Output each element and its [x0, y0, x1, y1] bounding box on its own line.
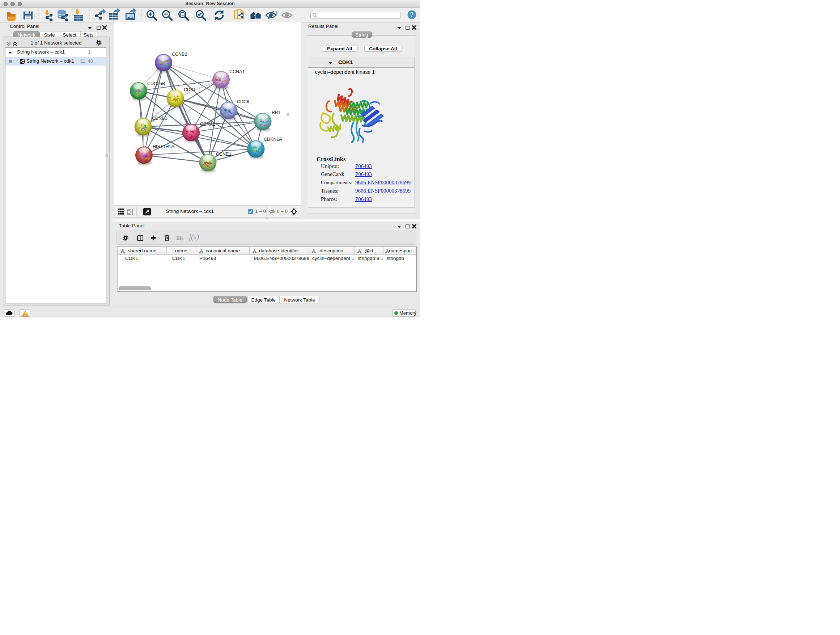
svg-text:RB1: RB1	[272, 110, 280, 115]
svg-text:CDC25B: CDC25B	[147, 81, 165, 86]
svg-text:CDC6: CDC6	[237, 99, 249, 104]
svg-text:CCNE1: CCNE1	[216, 152, 231, 157]
svg-text:?: ?	[410, 11, 414, 18]
svg-text:CDK1: CDK1	[184, 87, 196, 92]
svg-text:CCNB1: CCNB1	[152, 116, 167, 121]
svg-text:HIST1H1A: HIST1H1A	[153, 144, 174, 149]
svg-text:CCNA1: CCNA1	[229, 69, 245, 74]
svg-text:CCNB2: CCNB2	[172, 52, 187, 57]
svg-text:CCNA2: CCNA2	[200, 122, 215, 127]
svg-text:CDKN1A: CDKN1A	[264, 137, 282, 142]
